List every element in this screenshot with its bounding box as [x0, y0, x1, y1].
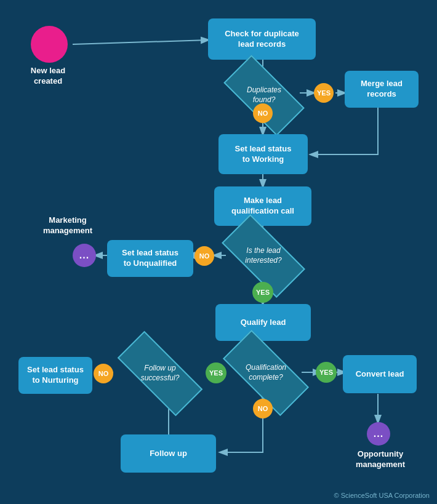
- is-interested-node: Is the leadinterested?: [226, 237, 301, 275]
- copyright-text: © ScienceSoft USA Corporation: [334, 492, 430, 499]
- yes4-node: YES: [206, 362, 227, 383]
- svg-line-0: [73, 40, 208, 44]
- yes2-node: YES: [252, 282, 273, 303]
- marketing-mgmt-label: Marketingmanagement: [37, 215, 98, 236]
- follow-up-successful-node: Follow upsuccessful?: [120, 356, 200, 391]
- set-nurturing-node: Set lead statusto Nurturing: [18, 357, 92, 394]
- new-lead-label: New leadcreated: [17, 66, 79, 87]
- no3-node: NO: [253, 399, 273, 418]
- qualification-complete-node: Qualificationcomplete?: [227, 354, 305, 392]
- marketing-circle-node: ...: [73, 244, 96, 267]
- follow-up-node: Follow up: [121, 434, 216, 473]
- make-call-node: Make leadqualification call: [214, 186, 311, 226]
- flowchart-diagram: New leadcreated Check for duplicatelead …: [0, 0, 437, 504]
- opp-mgmt-label: Opportunitymanagement: [343, 449, 417, 470]
- convert-lead-node: Convert lead: [343, 355, 417, 393]
- qualify-lead-node: Qualify lead: [215, 304, 311, 341]
- set-working-node: Set lead statusto Working: [218, 134, 308, 174]
- no2-node: NO: [194, 246, 214, 266]
- yes3-node: YES: [316, 362, 337, 383]
- opp-circle-node: ...: [367, 422, 390, 446]
- merge-lead-node: Merge leadrecords: [345, 71, 419, 108]
- no1-node: NO: [253, 103, 273, 123]
- yes1-node: YES: [314, 83, 334, 103]
- new-lead-node: [31, 26, 68, 63]
- no4-node: NO: [94, 364, 113, 383]
- check-duplicate-node: Check for duplicatelead records: [208, 18, 316, 60]
- set-unqualified-node: Set lead statusto Unqualified: [107, 240, 193, 277]
